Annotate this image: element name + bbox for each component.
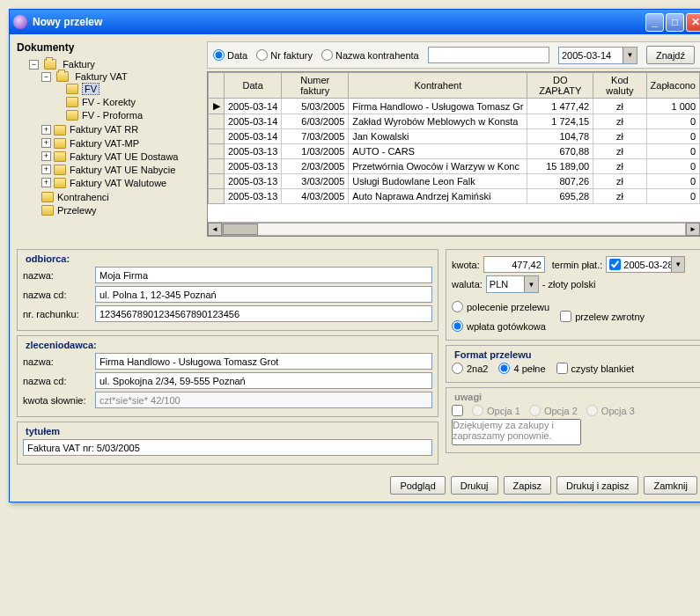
expand-toggle[interactable]: − xyxy=(29,60,39,70)
col-kod-waluty[interactable]: Kod waluty xyxy=(593,73,646,99)
table-row[interactable]: 2005-03-146/03/2005Zakład Wyrobów Meblow… xyxy=(209,114,700,129)
row-selector[interactable] xyxy=(209,144,225,159)
scroll-right-icon[interactable]: ► xyxy=(686,223,700,236)
row-selector[interactable]: ▶ xyxy=(209,99,225,114)
filter-radio-nazwa[interactable]: Nazwa kontrahenta xyxy=(321,49,419,61)
opcja3-radio: Opcja 3 xyxy=(586,405,635,416)
odbiorca-legend: odbiorca: xyxy=(23,253,72,264)
scroll-thumb[interactable] xyxy=(223,224,258,235)
expand-toggle[interactable]: + xyxy=(41,151,51,161)
folder-icon xyxy=(66,97,78,107)
waluta-combo[interactable]: PLN▼ xyxy=(486,275,539,293)
horizontal-scrollbar[interactable]: ◄ ► xyxy=(208,222,700,236)
tree-fv-proforma[interactable]: FV - Proforma xyxy=(82,110,143,121)
tree-przelewy[interactable]: Przelewy xyxy=(57,205,97,216)
zleceniodawca-group: zleceniodawca: nazwa: nazwa cd: kwota sł… xyxy=(17,335,438,417)
row-selector[interactable] xyxy=(209,114,225,129)
tree-faktury-vat-rr[interactable]: Faktury VAT RR xyxy=(70,125,138,136)
expand-toggle[interactable]: − xyxy=(41,72,51,82)
format-group: Format przelewu 2na2 4 pełne czysty blan… xyxy=(446,345,700,383)
chevron-down-icon[interactable]: ▼ xyxy=(623,48,637,63)
tytulem-group: tytułem xyxy=(17,422,438,465)
tree-faktury[interactable]: Faktury xyxy=(63,59,95,70)
zleceniodawca-nazwa-input[interactable] xyxy=(95,353,432,370)
expand-toggle[interactable]: + xyxy=(41,138,51,148)
format-4pelne-radio[interactable]: 4 pełne xyxy=(498,363,545,374)
col-zaplacono[interactable]: Zapłacono xyxy=(646,73,699,99)
button-bar: Podgląd Drukuj Zapisz Drukuj i zapisz Za… xyxy=(17,476,700,495)
tree-faktury-vat-mp[interactable]: Faktury VAT-MP xyxy=(70,138,139,149)
filter-bar: Data Nr faktury Nazwa kontrahenta 2005-0… xyxy=(207,41,700,69)
zamknij-button[interactable]: Zamknij xyxy=(644,476,697,495)
filter-radio-data[interactable]: Data xyxy=(213,49,247,61)
tree-kontrahenci[interactable]: Kontrahenci xyxy=(57,192,109,202)
row-selector[interactable] xyxy=(209,129,225,144)
filter-date-combo[interactable]: 2005-03-14▼ xyxy=(558,47,637,64)
folder-icon xyxy=(54,165,66,175)
document-tree: − Faktury − Faktury VAT FV xyxy=(17,57,202,242)
maximize-button[interactable]: □ xyxy=(666,13,684,32)
uwagi-checkbox[interactable] xyxy=(452,405,463,416)
col-do-zaplaty[interactable]: DO ZAPŁATY xyxy=(527,73,593,99)
termin-date-field[interactable]: 2005-03-28 ▼ xyxy=(606,256,685,273)
kwota-slownie-input xyxy=(95,392,432,408)
filter-text-input[interactable] xyxy=(428,47,549,63)
expand-toggle[interactable]: + xyxy=(41,165,51,174)
termin-checkbox[interactable] xyxy=(609,259,621,270)
tree-fv-korekty[interactable]: FV - Korekty xyxy=(82,97,136,107)
find-button[interactable]: Znajdź xyxy=(646,46,695,64)
czysty-blankiet-checkbox[interactable]: czysty blankiet xyxy=(556,363,635,374)
table-row[interactable]: 2005-03-133/03/2005Usługi Budowlane Leon… xyxy=(209,174,700,189)
uwagi-legend: uwagi xyxy=(452,392,484,402)
tree-faktury-vat-walutowe[interactable]: Faktury VAT Walutowe xyxy=(70,178,166,188)
odbiorca-group: odbiorca: nazwa: nazwa cd: nr. rachunku: xyxy=(17,249,438,331)
expand-toggle[interactable]: + xyxy=(41,178,51,187)
opcja2-radio: Opcja 2 xyxy=(529,405,578,416)
col-kontrahent[interactable]: Kontrahent xyxy=(349,73,527,99)
close-button[interactable]: ✕ xyxy=(686,13,700,32)
table-row[interactable]: 2005-03-147/03/2005Jan Kowalski104,78zł0 xyxy=(209,129,700,144)
row-selector[interactable] xyxy=(209,159,225,174)
col-data[interactable]: Data xyxy=(225,73,282,99)
window-title: Nowy przelew xyxy=(33,16,645,28)
odbiorca-rachunek-input[interactable] xyxy=(95,305,432,322)
folder-icon xyxy=(41,205,54,216)
titlebar: Nowy przelew _ □ ✕ xyxy=(10,10,700,34)
zapisz-button[interactable]: Zapisz xyxy=(504,476,551,495)
odbiorca-nazwa-input[interactable] xyxy=(95,267,432,283)
table-row[interactable]: 2005-03-131/03/2005AUTO - CARS670,88zł0 xyxy=(209,144,700,159)
opcja1-radio: Opcja 1 xyxy=(472,405,520,416)
kwota-input[interactable] xyxy=(483,256,545,273)
chevron-down-icon[interactable]: ▼ xyxy=(524,276,538,292)
polecenie-radio[interactable]: polecenie przelewu xyxy=(452,301,549,312)
scroll-left-icon[interactable]: ◄ xyxy=(208,223,222,236)
documents-heading: Dokumenty xyxy=(17,41,202,54)
folder-icon xyxy=(66,84,78,94)
wplata-radio[interactable]: wpłata gotówkowa xyxy=(452,320,549,332)
drukuj-button[interactable]: Drukuj xyxy=(451,476,498,495)
folder-icon xyxy=(54,151,66,162)
row-selector[interactable] xyxy=(209,189,225,204)
podglad-button[interactable]: Podgląd xyxy=(390,476,445,495)
tree-faktury-vat-ue-nabycie[interactable]: Faktury VAT UE Nabycie xyxy=(70,165,175,175)
drukuj-zapisz-button[interactable]: Drukuj i zapisz xyxy=(556,476,639,495)
tytulem-input[interactable] xyxy=(23,439,432,456)
app-icon xyxy=(13,15,27,29)
expand-toggle[interactable]: + xyxy=(41,125,51,135)
minimize-button[interactable]: _ xyxy=(645,13,664,32)
table-row[interactable]: 2005-03-132/03/2005Przetwórnia Owoców i … xyxy=(209,159,700,174)
tree-fv[interactable]: FV xyxy=(82,83,99,95)
table-row[interactable]: 2005-03-134/03/2005Auto Naprawa Andrzej … xyxy=(209,189,700,204)
uwagi-textarea: Dziękujemy za zakupy i zapraszamy ponown… xyxy=(452,419,581,445)
row-selector[interactable] xyxy=(209,174,225,189)
format-2na2-radio[interactable]: 2na2 xyxy=(452,363,488,374)
table-row[interactable]: ▶2005-03-145/03/2005Firma Handlowo - Usł… xyxy=(209,99,700,114)
filter-radio-nrfaktury[interactable]: Nr faktury xyxy=(256,49,313,61)
odbiorca-nazwacd-input[interactable] xyxy=(95,286,432,303)
tree-faktury-vat[interactable]: Faktury VAT xyxy=(75,71,128,82)
przelew-zwrotny-checkbox[interactable]: przelew zwrotny xyxy=(560,311,645,322)
tree-faktury-vat-ue-dostawa[interactable]: Faktury VAT UE Dostawa xyxy=(70,151,178,162)
col-numer-faktury[interactable]: Numer faktury xyxy=(282,73,349,99)
chevron-down-icon[interactable]: ▼ xyxy=(671,257,684,272)
zleceniodawca-nazwacd-input[interactable] xyxy=(95,372,432,389)
